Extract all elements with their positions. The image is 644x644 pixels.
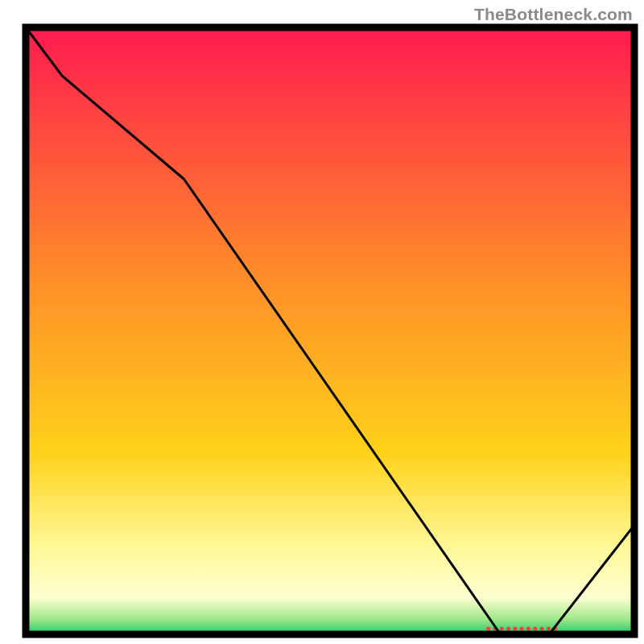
bottleneck-chart — [0, 0, 644, 644]
chart-container: TheBottleneck.com — [0, 0, 644, 644]
attribution-text: TheBottleneck.com — [474, 5, 633, 24]
svg-point-4 — [513, 627, 517, 631]
svg-point-2 — [500, 627, 504, 631]
svg-point-0 — [486, 627, 490, 631]
svg-point-9 — [547, 627, 551, 631]
svg-point-5 — [520, 627, 524, 631]
svg-point-7 — [533, 627, 537, 631]
svg-point-6 — [526, 627, 530, 631]
svg-point-3 — [506, 627, 510, 631]
svg-point-8 — [540, 627, 544, 631]
chart-background — [26, 27, 634, 634]
